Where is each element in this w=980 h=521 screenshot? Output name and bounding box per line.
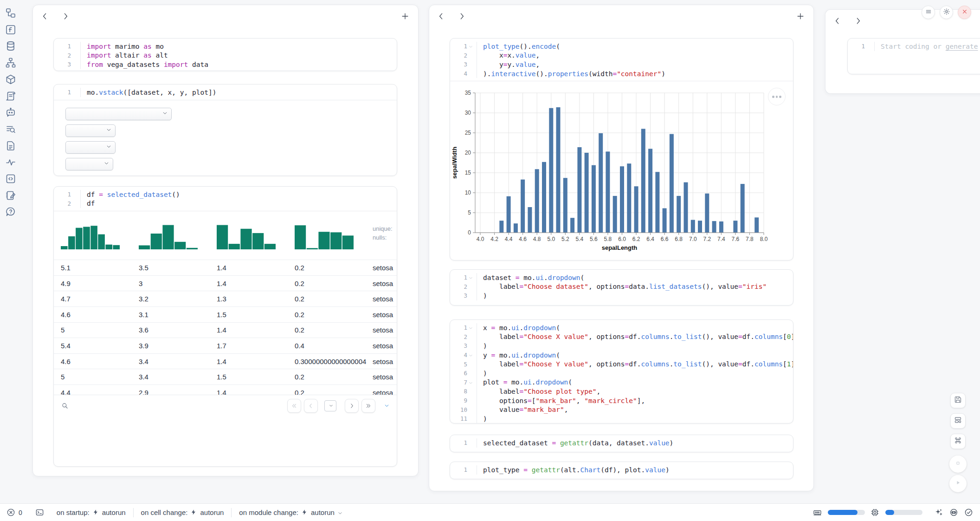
prev-page-button[interactable]	[304, 399, 318, 413]
table-row[interactable]: 53.41.50.2setosa	[54, 369, 397, 385]
fold-chevron-icon[interactable]	[468, 43, 474, 49]
connection-status-icon[interactable]	[964, 508, 974, 517]
column-collapse-left-icon[interactable]	[437, 12, 447, 22]
code-line[interactable]: 2import altair as alt	[54, 51, 397, 60]
table-column-header[interactable]	[61, 217, 139, 255]
sidebar-dependency-graph-icon[interactable]	[5, 57, 17, 69]
empty-cell[interactable]: 1 Start coding or generate with AI	[847, 38, 980, 74]
sidebar-code-cell-icon[interactable]	[5, 173, 17, 185]
sidebar-file-tree-icon[interactable]	[5, 7, 17, 20]
table-row[interactable]: 4.63.11.50.2setosa	[54, 307, 397, 323]
table-row[interactable]: 53.61.40.2setosa	[54, 323, 397, 339]
code-line[interactable]: 7plot = mo.ui.dropdown(	[450, 378, 793, 387]
altair-bar-chart[interactable]: 051015202530354.04.24.44.64.85.05.25.45.…	[450, 81, 793, 252]
generate-ai-link[interactable]: generate	[946, 43, 978, 50]
layout-button[interactable]	[950, 413, 966, 429]
table-row[interactable]: 4.73.21.30.2setosa	[54, 291, 397, 307]
first-page-button[interactable]	[287, 399, 301, 413]
code-line[interactable]: 2 label="Choose X value", options=df.col…	[450, 332, 793, 342]
sidebar-function-square-icon[interactable]	[5, 24, 17, 36]
dropdown-select[interactable]	[65, 108, 172, 120]
sidebar-help-bubble-icon[interactable]	[5, 206, 17, 218]
code-line[interactable]: 2 x=x.value,	[450, 51, 793, 60]
code-editor[interactable]: 1dataset = mo.ui.dropdown(2 label="Choos…	[450, 270, 793, 303]
code-line[interactable]: 1dataset = mo.ui.dropdown(	[450, 273, 793, 282]
fold-chevron-icon[interactable]	[468, 325, 474, 331]
table-column-header[interactable]: unique:nulls:	[373, 217, 397, 255]
table-column-header[interactable]	[139, 217, 217, 255]
sidebar-search-logs-icon[interactable]	[5, 124, 17, 136]
sidebar-package-icon[interactable]	[5, 74, 17, 86]
cell-dataset[interactable]: 1dataset = mo.ui.dropdown(2 label="Choos…	[450, 269, 793, 306]
code-line[interactable]: 9 options=["mark_bar", "mark_circle"],	[450, 396, 793, 405]
code-editor[interactable]: 1plot_type().encode(2 x=x.value,3 y=y.va…	[450, 39, 793, 81]
column-collapse-right-icon[interactable]	[853, 16, 864, 26]
code-editor[interactable]: 1selected_dataset = getattr(data, datase…	[450, 435, 793, 450]
run-all-button[interactable]	[949, 475, 967, 492]
code-line[interactable]: 8 label="Choose plot type",	[450, 387, 793, 396]
sidebar-activity-pulse-icon[interactable]	[5, 156, 17, 169]
sidebar-database-icon[interactable]	[5, 40, 17, 52]
code-editor[interactable]: 1x = mo.ui.dropdown(2 label="Choose X va…	[450, 320, 793, 423]
save-button[interactable]	[950, 393, 966, 408]
code-line[interactable]: 4).interactive().properties(width="conta…	[450, 69, 793, 78]
copilot-icon[interactable]	[949, 508, 959, 517]
code-line[interactable]: 1plot_type = getattr(alt.Chart(df), plot…	[450, 465, 793, 475]
next-page-button[interactable]	[345, 399, 359, 413]
column-collapse-right-icon[interactable]	[457, 12, 467, 22]
fold-chevron-icon[interactable]	[468, 274, 474, 280]
code-editor[interactable]: 1import marimo as mo2import altair as al…	[54, 39, 397, 71]
code-line[interactable]: 2df	[54, 199, 397, 208]
table-column-header[interactable]	[217, 217, 295, 255]
cell-selected[interactable]: 1selected_dataset = getattr(data, datase…	[450, 435, 793, 452]
code-line[interactable]: 3from vega_datasets import data	[54, 60, 397, 69]
code-line[interactable]: 3)	[450, 291, 793, 300]
fold-chevron-icon[interactable]	[468, 379, 474, 385]
runtime-config-item[interactable]: on startup:autorun	[57, 508, 126, 516]
sidebar-scratchpad-icon[interactable]	[5, 190, 17, 202]
code-editor[interactable]: 1mo.vstack([dataset, x, y, plot])	[54, 85, 397, 100]
add-column-button[interactable]	[796, 12, 806, 22]
code-line[interactable]: 1df = selected_dataset()	[54, 190, 397, 199]
table-row[interactable]: 5.13.51.40.2setosa	[54, 260, 397, 276]
last-page-button[interactable]	[361, 399, 375, 413]
sidebar-scroll-icon[interactable]	[5, 91, 17, 103]
fold-chevron-icon[interactable]	[468, 352, 474, 358]
code-editor[interactable]: 1plot_type = getattr(alt.Chart(df), plot…	[450, 462, 793, 477]
code-line[interactable]: 1mo.vstack([dataset, x, y, plot])	[54, 88, 397, 97]
runtime-config-item[interactable]: on cell change:autorun	[141, 508, 224, 516]
dropdown-select[interactable]	[65, 158, 113, 170]
cell-vstack[interactable]: 1mo.vstack([dataset, x, y, plot])	[53, 84, 397, 176]
code-line[interactable]: 1 Start coding or generate with AI	[848, 42, 980, 51]
notebook-menu-button[interactable]	[922, 6, 935, 19]
stop-button[interactable]	[949, 456, 967, 473]
column-collapse-left-icon[interactable]	[40, 12, 51, 22]
code-line[interactable]: 1x = mo.ui.dropdown(	[450, 323, 793, 332]
code-line[interactable]: 1import marimo as mo	[54, 42, 397, 51]
table-row[interactable]: 4.63.41.40.30000000000000004setosa	[54, 354, 397, 370]
table-column-header[interactable]	[295, 217, 373, 255]
dropdown-select[interactable]	[65, 124, 116, 137]
code-line[interactable]: 1selected_dataset = getattr(data, datase…	[450, 438, 793, 448]
add-column-button[interactable]	[400, 12, 411, 22]
code-line[interactable]: 2 label="Choose dataset", options=data.l…	[450, 282, 793, 292]
column-collapse-right-icon[interactable]	[61, 12, 71, 22]
search-icon[interactable]	[61, 402, 69, 410]
table-row[interactable]: 5.43.91.70.4setosa	[54, 338, 397, 354]
runtime-config-item[interactable]: on module change:autorun	[239, 508, 343, 516]
code-line[interactable]: 11)	[450, 414, 793, 423]
cell-plottype[interactable]: 1plot_type = getattr(alt.Chart(df), plot…	[450, 462, 793, 479]
cell-df[interactable]: 1df = selected_dataset()2dfunique:nulls:…	[53, 186, 397, 467]
code-line[interactable]: 10 value="mark_bar",	[450, 405, 793, 414]
code-editor[interactable]: 1df = selected_dataset()2df	[54, 187, 397, 211]
code-line[interactable]: 5 label="Choose Y value", options=df.col…	[450, 359, 793, 369]
cell-plot[interactable]: 1plot_type().encode(2 x=x.value,3 y=y.va…	[450, 38, 793, 260]
code-line[interactable]: 6)	[450, 369, 793, 378]
keyboard-shortcuts-button[interactable]	[950, 434, 966, 449]
column-collapse-left-icon[interactable]	[833, 16, 843, 26]
dropdown-select[interactable]	[65, 141, 116, 154]
settings-button[interactable]	[940, 6, 953, 19]
table-row[interactable]: 4.931.40.2setosa	[54, 276, 397, 292]
cell-imports[interactable]: 1import marimo as mo2import altair as al…	[53, 38, 397, 71]
errors-indicator-icon[interactable]	[6, 508, 16, 517]
